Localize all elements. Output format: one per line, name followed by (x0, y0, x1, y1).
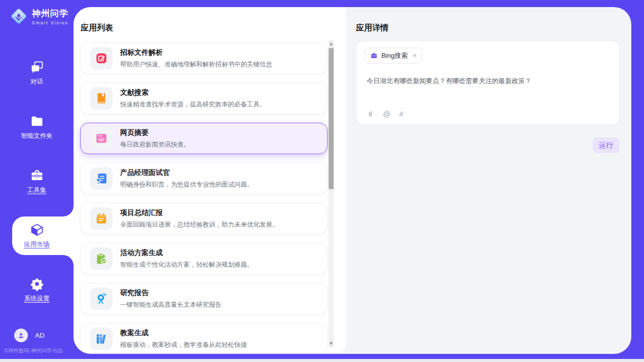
gear-icon (30, 277, 44, 291)
research-icon (90, 287, 113, 310)
app-card-research-report[interactable]: 研究报告 一键智能生成高质量长文本研究报告 (80, 283, 328, 314)
query-input[interactable]: 今日湖北有哪些新闻要点？有哪些需要关注的最新政策？ (367, 77, 609, 86)
sidebar-item-chat[interactable]: 对话 (0, 54, 74, 92)
app-card-desc: 模板驱动，教案秒成，教学准备从此轻松快捷 (120, 341, 247, 349)
app-card-name: 招标文件解析 (120, 48, 272, 57)
app-card-name: 教案生成 (120, 329, 247, 338)
scrollbar (329, 41, 334, 347)
edit-doc-icon (90, 47, 113, 69)
app-card-name: 网页摘要 (120, 128, 190, 137)
app-card-name: 活动方案生成 (120, 248, 254, 258)
app-list-panel: 应用列表 招标文件解析 帮助用户快速、准确地理解和解析招标书中的关键信息 文献搜… (74, 7, 346, 352)
app-card-bid-doc-analysis[interactable]: 招标文件解析 帮助用户快速、准确地理解和解析招标书中的关键信息 (80, 43, 328, 74)
app-card-literature-search[interactable]: 文献搜索 快速精准查找学术资源，提高研究效率的必备工具。 (80, 83, 328, 114)
app-card-desc: 智能生成个性化活动方案，轻松解决规划难题。 (120, 261, 254, 269)
scrollbar-down-button[interactable] (329, 340, 334, 347)
app-detail-title: 应用详情 (356, 23, 388, 33)
books-icon (90, 328, 113, 350)
nav-item-label: 对话 (30, 78, 43, 86)
diamond-logo-icon (9, 7, 28, 26)
app-card-desc: 帮助用户快速、准确地理解和解析招标书中的关键信息 (120, 60, 272, 69)
app-card-desc: 全面回顾项目进展，总结经验教训，助力未来优化发展。 (120, 221, 279, 229)
app-card-name: 产品经理面试官 (120, 168, 254, 177)
sidebar-item-app-market[interactable]: 应用市场 (0, 216, 74, 255)
user-avatar-icon (14, 329, 28, 342)
sidebar: 神州问学 Smart Vision 对话 智能文件夹 工具集 应用市场 系统设置… (0, 0, 74, 359)
cube-icon (30, 223, 44, 237)
sidebar-item-settings[interactable]: 系统设置 (0, 271, 74, 309)
app-card-event-plan[interactable]: 活动方案生成 智能生成个性化活动方案，轻松解决规划难题。 (80, 243, 328, 274)
tool-tag-label: Bing搜索 (381, 51, 408, 60)
app-card-desc: 每日政府新闻资讯快查。 (120, 140, 190, 149)
app-card-lesson-plan[interactable]: 教案生成 模板驱动，教案秒成，教学准备从此轻松快捷 (80, 323, 328, 352)
web-code-icon (90, 127, 113, 150)
user-label: AD (35, 332, 45, 339)
interview-icon (90, 167, 113, 190)
sidebar-nav: 对话 智能文件夹 工具集 应用市场 系统设置 (0, 54, 74, 309)
report-note-icon (90, 207, 113, 230)
app-card-name: 文献搜索 (120, 88, 266, 97)
chat-icon (30, 60, 44, 74)
app-card-project-summary[interactable]: 项目总结汇报 全面回顾项目进展，总结经验教训，助力未来优化发展。 (80, 203, 328, 234)
app-card-web-summary[interactable]: 网页摘要 每日政府新闻资讯快查。 (80, 123, 328, 154)
copyright-text: ©神州数码·神州问学出品 (4, 347, 63, 354)
app-detail-panel: 应用详情 Bing搜索 × 今日湖北有哪些新闻要点？有哪些需要关注的最新政策？ (346, 7, 631, 354)
tool-tag-bing-search: Bing搜索 × (365, 48, 422, 63)
nav-item-label: 智能文件夹 (21, 132, 53, 140)
app-card-name: 研究报告 (120, 288, 222, 298)
book-icon (90, 87, 113, 110)
brand-logo: 神州问学 Smart Vision (9, 7, 68, 26)
app-list: 招标文件解析 帮助用户快速、准确地理解和解析招标书中的关键信息 文献搜索 快速精… (80, 43, 328, 352)
app-card-desc: 快速精准查找学术资源，提高研究效率的必备工具。 (120, 100, 266, 109)
app-card-pm-interviewer[interactable]: 产品经理面试官 明确身份和职责，为您提供专业性的面试问题。 (80, 163, 328, 194)
close-icon[interactable]: × (413, 52, 417, 59)
app-list-title: 应用列表 (81, 23, 113, 33)
sidebar-item-toolkit[interactable]: 工具集 (0, 162, 74, 201)
app-card-name: 项目总结汇报 (120, 208, 279, 218)
prompt-input-card: Bing搜索 × 今日湖北有哪些新闻要点？有哪些需要关注的最新政策？ @ # (356, 41, 620, 125)
scrollbar-thumb[interactable] (329, 48, 334, 189)
run-button[interactable]: 运行 (593, 137, 619, 153)
app-card-desc: 一键智能生成高质量长文本研究报告 (120, 301, 222, 309)
brand-subtitle: Smart Vision (32, 20, 68, 25)
sidebar-item-smart-folders[interactable]: 智能文件夹 (0, 108, 74, 147)
mention-icon[interactable]: @ (383, 110, 390, 118)
app-card-desc: 明确身份和职责，为您提供专业性的面试问题。 (120, 180, 254, 189)
folder-icon (30, 114, 44, 128)
input-toolbar: @ # (367, 110, 404, 118)
clipboard-check-icon (90, 247, 113, 270)
nav-item-label: 工具集 (27, 186, 47, 195)
toolbox-icon (30, 168, 44, 183)
content-area: 应用列表 招标文件解析 帮助用户快速、准确地理解和解析招标书中的关键信息 文献搜… (74, 7, 631, 354)
briefcase-icon (370, 52, 378, 59)
attachment-icon[interactable] (367, 110, 374, 118)
hash-icon[interactable]: # (399, 110, 403, 118)
scrollbar-up-button[interactable] (329, 41, 334, 48)
nav-item-label: 系统设置 (24, 295, 50, 303)
nav-item-label: 应用市场 (24, 240, 50, 249)
user-row[interactable]: AD (14, 329, 45, 342)
brand-name: 神州问学 (32, 8, 68, 19)
